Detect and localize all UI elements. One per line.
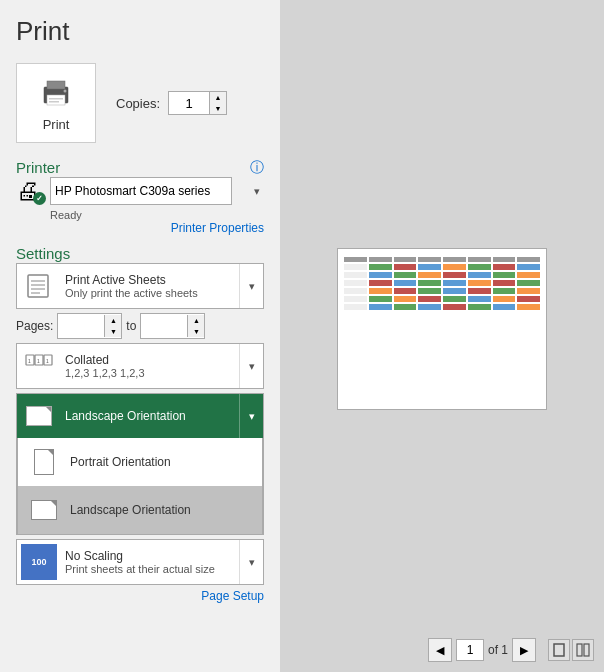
prev-page-button[interactable]: ◀ (428, 638, 452, 662)
landscape-option[interactable]: Landscape Orientation (17, 486, 263, 534)
preview-cell (418, 257, 441, 262)
preview-cell (468, 280, 491, 286)
pages-from-down[interactable]: ▼ (105, 326, 121, 337)
preview-cell (369, 280, 392, 286)
preview-data-row (344, 264, 540, 270)
preview-cell (394, 304, 417, 310)
preview-cell (344, 280, 367, 286)
orientation-arrow[interactable]: ▾ (239, 394, 263, 438)
copies-spinner: ▲ ▼ (209, 92, 226, 114)
preview-cell (369, 304, 392, 310)
portrait-icon (26, 444, 62, 480)
preview-cell (468, 296, 491, 302)
print-button-area: Print Copies: ▲ ▼ (16, 63, 264, 143)
copies-input[interactable] (169, 92, 209, 114)
preview-cell (443, 288, 466, 294)
pages-to-label: to (126, 319, 136, 333)
preview-cell (443, 257, 466, 262)
pages-to-down[interactable]: ▼ (188, 326, 204, 337)
collated-text: Collated 1,2,3 1,2,3 1,2,3 (61, 350, 239, 382)
svg-rect-6 (28, 275, 48, 297)
printer-properties-link[interactable]: Printer Properties (16, 221, 264, 235)
copies-up-button[interactable]: ▲ (210, 92, 226, 103)
preview-cell (468, 264, 491, 270)
preview-cell (443, 280, 466, 286)
settings-section-title: Settings (16, 245, 70, 262)
scaling-arrow[interactable]: ▾ (239, 540, 263, 584)
print-active-sheets-sub: Only print the active sheets (65, 287, 235, 299)
left-panel: Print Print Copies: ▲ ▼ (0, 0, 280, 672)
pages-from-spinner: ▲ ▼ (104, 315, 121, 337)
preview-data-row (344, 304, 540, 310)
preview-cell (418, 280, 441, 286)
preview-cell (344, 257, 367, 262)
print-btn-label: Print (43, 117, 70, 132)
pages-to-input[interactable] (141, 314, 187, 338)
page-navigation: ◀ 1 of 1 ▶ (290, 638, 594, 662)
preview-cell (468, 272, 491, 278)
svg-text:1: 1 (28, 358, 31, 364)
svg-rect-2 (47, 95, 65, 105)
preview-cell (443, 264, 466, 270)
current-page-box[interactable]: 1 (456, 639, 484, 661)
print-button[interactable]: Print (16, 63, 96, 143)
single-page-view-icon[interactable] (548, 639, 570, 661)
preview-cell (517, 257, 540, 262)
landscape-label: Landscape Orientation (70, 503, 191, 517)
page-setup-link[interactable]: Page Setup (16, 589, 264, 603)
preview-cell (418, 264, 441, 270)
svg-rect-17 (554, 644, 564, 656)
preview-cell (517, 296, 540, 302)
print-active-sheets-dropdown[interactable]: Print Active Sheets Only print the activ… (16, 263, 264, 309)
copies-down-button[interactable]: ▼ (210, 103, 226, 114)
preview-cell (394, 272, 417, 278)
pages-to-up[interactable]: ▲ (188, 315, 204, 326)
orientation-dropdown-header[interactable]: Landscape Orientation ▾ (17, 394, 263, 438)
settings-section: Settings Print Active Sheets Only print … (16, 245, 264, 603)
preview-cell (493, 280, 516, 286)
preview-cell (394, 264, 417, 270)
pages-to-spinner: ▲ ▼ (187, 315, 204, 337)
landscape-icon-option (26, 492, 62, 528)
scaling-sub: Print sheets at their actual size (65, 563, 235, 575)
collated-arrow[interactable]: ▾ (239, 344, 263, 388)
printer-section-header: Printer ⓘ (16, 159, 264, 177)
svg-rect-18 (577, 644, 582, 656)
preview-cell (517, 280, 540, 286)
pages-from-up[interactable]: ▲ (105, 315, 121, 326)
preview-cell (493, 264, 516, 270)
preview-cell (443, 304, 466, 310)
svg-text:1: 1 (46, 358, 49, 364)
pages-from-wrap: ▲ ▼ (57, 313, 122, 339)
preview-cell (493, 288, 516, 294)
preview-cell (344, 264, 367, 270)
print-active-sheets-arrow[interactable]: ▾ (239, 264, 263, 308)
preview-header-row (344, 257, 540, 262)
pages-from-input[interactable] (58, 314, 104, 338)
svg-point-3 (64, 90, 67, 93)
sheets-icon (17, 264, 61, 308)
pages-row: Pages: ▲ ▼ to ▲ ▼ (16, 313, 264, 339)
preview-cell (468, 257, 491, 262)
collated-dropdown[interactable]: 1 1 1 Collated 1,2,3 1,2,3 1,2,3 ▾ (16, 343, 264, 389)
printer-icon-wrap: 🖨 ✓ (16, 177, 44, 205)
portrait-option[interactable]: Portrait Orientation (17, 438, 263, 486)
preview-cell (394, 257, 417, 262)
svg-rect-1 (47, 81, 65, 89)
preview-cell (418, 272, 441, 278)
printer-row: 🖨 ✓ HP Photosmart C309a series (16, 177, 264, 205)
preview-cell (394, 296, 417, 302)
printer-select[interactable]: HP Photosmart C309a series (50, 177, 232, 205)
printer-status: Ready (50, 209, 264, 221)
scaling-main: No Scaling (65, 549, 235, 563)
orientation-main: Landscape Orientation (65, 409, 235, 423)
info-icon[interactable]: ⓘ (250, 159, 264, 177)
orientation-container: Landscape Orientation ▾ Portrait Orienta… (16, 393, 264, 535)
printer-select-wrap: HP Photosmart C309a series (50, 177, 264, 205)
preview-cell (517, 272, 540, 278)
preview-cell (369, 264, 392, 270)
scaling-dropdown[interactable]: 100 No Scaling Print sheets at their act… (16, 539, 264, 585)
next-page-button[interactable]: ▶ (512, 638, 536, 662)
preview-cell (394, 280, 417, 286)
multi-page-view-icon[interactable] (572, 639, 594, 661)
